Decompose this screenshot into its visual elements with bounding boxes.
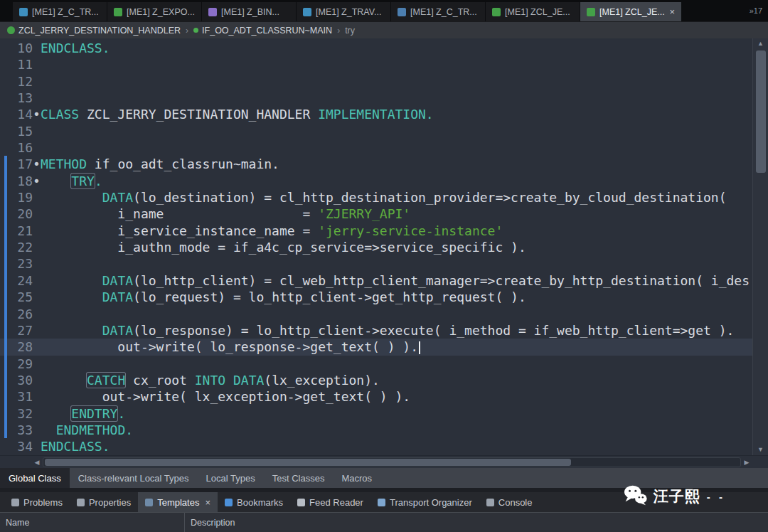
editor-tab[interactable]: [ME1] ZCL_JE... xyxy=(486,2,580,21)
view-tab[interactable]: Bookmarks xyxy=(218,492,290,512)
code-line[interactable]: 13 xyxy=(0,90,752,106)
breadcrumb: ZCL_JERRY_DESTINATION_HANDLER›IF_OO_ADT_… xyxy=(0,21,768,38)
scroll-right-icon[interactable]: ▶ xyxy=(741,459,752,466)
code-line[interactable]: 32 ENDTRY. xyxy=(0,405,752,422)
line-number[interactable]: 28 xyxy=(7,339,33,355)
tab-close-icon[interactable]: × xyxy=(669,7,675,16)
code-line[interactable]: 25 DATA(lo_request) = lo_http_client->ge… xyxy=(0,289,752,305)
line-number[interactable]: 34 xyxy=(7,438,33,454)
view-tab[interactable]: Properties xyxy=(70,492,138,512)
code-line[interactable]: 30 CATCH cx_root INTO DATA(lx_exception)… xyxy=(0,372,752,388)
editor-tab[interactable]: [ME1] Z_TRAV... xyxy=(297,2,390,21)
scroll-up-icon[interactable]: ▲ xyxy=(757,41,764,47)
line-number[interactable]: 10 xyxy=(7,40,33,56)
code-line[interactable]: 23 xyxy=(0,255,752,272)
keyword-token: CATCH xyxy=(87,373,125,388)
code-line[interactable]: 11 xyxy=(0,56,752,73)
fold-marker-slot xyxy=(33,123,41,139)
breadcrumb-item[interactable]: IF_OO_ADT_CLASSRUN~MAIN xyxy=(193,26,332,36)
column-header-description[interactable]: Description xyxy=(185,513,235,532)
view-tab[interactable]: Templates× xyxy=(138,492,218,512)
code-line[interactable]: 24 DATA(lo_http_client) = cl_web_http_cl… xyxy=(0,272,752,289)
line-number[interactable]: 29 xyxy=(7,356,33,372)
code-line[interactable]: 16 xyxy=(0,139,752,156)
line-number[interactable]: 15 xyxy=(7,123,33,139)
view-tab[interactable]: Problems xyxy=(4,492,70,512)
fold-marker-slot xyxy=(33,438,41,454)
change-bar xyxy=(0,339,7,355)
code-line[interactable]: 14•CLASS ZCL_JERRY_DESTINATION_HANDLER I… xyxy=(0,106,752,122)
scroll-down-icon[interactable]: ▼ xyxy=(757,447,764,453)
line-number[interactable]: 23 xyxy=(7,255,33,272)
line-number[interactable]: 27 xyxy=(7,322,33,339)
code-line[interactable]: 15 xyxy=(0,123,752,139)
class-part-tab[interactable]: Global Class xyxy=(0,468,70,488)
code-line[interactable]: 34ENDCLASS. xyxy=(0,438,752,454)
code-line[interactable]: 33 ENDMETHOD. xyxy=(0,422,752,438)
class-part-tab[interactable]: Macros xyxy=(333,468,380,488)
horizontal-scrollbar-track[interactable] xyxy=(43,457,741,467)
code-line[interactable]: 31 out->write( lx_exception->get_text( )… xyxy=(0,388,752,405)
code-line[interactable]: 12 xyxy=(0,73,752,90)
code-line[interactable]: 10ENDCLASS. xyxy=(0,40,752,56)
view-tab[interactable]: Transport Organizer xyxy=(370,492,479,512)
code-token xyxy=(41,422,56,437)
line-number[interactable]: 16 xyxy=(7,139,33,156)
code-line[interactable]: 29 xyxy=(0,356,752,372)
editor-tab[interactable]: [ME1] Z_C_TR... xyxy=(391,2,485,21)
code-line[interactable]: 26 xyxy=(0,306,752,322)
column-header-name[interactable]: Name xyxy=(0,513,185,532)
editor-tab[interactable]: [ME1] Z_EXPO... xyxy=(107,2,201,21)
line-number[interactable]: 24 xyxy=(7,272,33,289)
line-number[interactable]: 31 xyxy=(7,388,33,405)
view-tab[interactable]: Feed Reader xyxy=(290,492,370,512)
vertical-scrollbar-thumb[interactable] xyxy=(756,50,766,173)
scroll-left-icon[interactable]: ◀ xyxy=(31,459,43,466)
line-number[interactable]: 12 xyxy=(7,73,33,90)
tab-overflow-indicator[interactable]: »17 xyxy=(750,6,762,15)
code-line[interactable]: 28 out->write( lo_response->get_text( ) … xyxy=(0,339,752,355)
code-line[interactable]: 19 DATA(lo_destination) = cl_http_destin… xyxy=(0,189,752,206)
view-tab[interactable]: Console xyxy=(479,492,540,512)
line-number[interactable]: 20 xyxy=(7,206,33,222)
code-line[interactable]: 17•METHOD if_oo_adt_classrun~main. xyxy=(0,156,752,172)
change-bar xyxy=(0,289,7,305)
class-part-tab[interactable]: Local Types xyxy=(198,468,264,488)
horizontal-scrollbar[interactable]: ◀ ▶ xyxy=(0,455,768,468)
breadcrumb-item[interactable]: ZCL_JERRY_DESTINATION_HANDLER xyxy=(7,26,181,36)
code-line[interactable]: 27 DATA(lo_response) = lo_http_client->e… xyxy=(0,322,752,339)
class-part-tab[interactable]: Test Classes xyxy=(264,468,334,488)
line-number[interactable]: 21 xyxy=(7,223,33,239)
line-number[interactable]: 22 xyxy=(7,239,33,255)
editor-tab[interactable]: [ME1] ZCL_JE...× xyxy=(580,2,681,21)
line-number[interactable]: 14 xyxy=(7,106,33,122)
code-line[interactable]: 20 i_name = 'ZJERRY_API' xyxy=(0,206,752,222)
line-number[interactable]: 11 xyxy=(7,56,33,73)
line-number[interactable]: 13 xyxy=(7,90,33,106)
code-line[interactable]: 22 i_authn_mode = if_a4c_cp_service=>ser… xyxy=(0,239,752,255)
change-bar xyxy=(0,372,7,388)
line-number[interactable]: 18 xyxy=(7,173,33,189)
class-part-tabs: Global ClassClass-relevant Local TypesLo… xyxy=(0,468,768,488)
code-text: DATA(lo_request) = lo_http_client->get_h… xyxy=(41,289,752,305)
editor-tab[interactable]: [ME1] Z_BIN... xyxy=(202,2,296,21)
breadcrumb-item[interactable]: try xyxy=(345,26,355,36)
tab-close-icon[interactable]: × xyxy=(205,497,210,508)
line-number[interactable]: 25 xyxy=(7,289,33,305)
change-bar xyxy=(0,223,7,239)
change-bar xyxy=(0,306,7,322)
line-number[interactable]: 17 xyxy=(7,156,33,172)
line-number[interactable]: 19 xyxy=(7,189,33,206)
code-line[interactable]: 18• TRY. xyxy=(0,173,752,189)
line-number[interactable]: 32 xyxy=(7,405,33,422)
line-number[interactable]: 33 xyxy=(7,422,33,438)
code-text: METHOD if_oo_adt_classrun~main. xyxy=(41,156,752,172)
code-area[interactable]: 10ENDCLASS.11121314•CLASS ZCL_JERRY_DEST… xyxy=(0,38,752,455)
horizontal-scrollbar-thumb[interactable] xyxy=(45,459,571,466)
vertical-scrollbar[interactable]: ▲ ▼ xyxy=(752,38,768,455)
line-number[interactable]: 26 xyxy=(7,306,33,322)
line-number[interactable]: 30 xyxy=(7,372,33,388)
code-line[interactable]: 21 i_service_instance_name = 'jerry-serv… xyxy=(0,223,752,239)
class-part-tab[interactable]: Class-relevant Local Types xyxy=(70,468,198,488)
editor-tab[interactable]: [ME1] Z_C_TR... xyxy=(13,2,107,21)
